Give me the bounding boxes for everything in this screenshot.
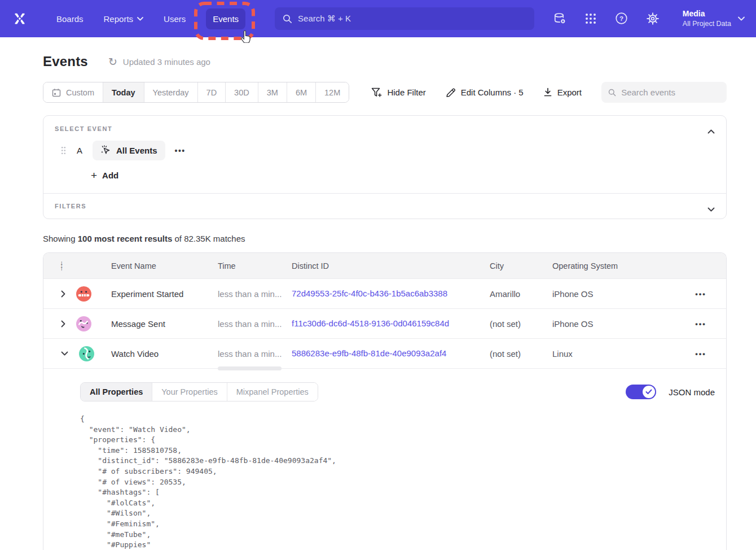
- hand-cursor-icon: [240, 30, 252, 43]
- filter-funnel-icon: [371, 88, 382, 98]
- collapse-section-icon[interactable]: [705, 124, 717, 138]
- main-content: Events ↻ Updated 3 minutes ago Custom To…: [0, 54, 756, 550]
- table-row: Message Sent less than a min... f11c30d6…: [43, 308, 726, 338]
- select-event-label: SELECT EVENT: [55, 125, 715, 132]
- json-mode-control: JSON mode: [626, 385, 715, 399]
- edit-columns-button[interactable]: Edit Columns · 5: [446, 88, 524, 98]
- row-more-button[interactable]: •••: [695, 350, 706, 358]
- nav-item-events[interactable]: Events: [206, 8, 245, 29]
- plus-icon: +: [91, 170, 97, 181]
- download-icon: [543, 88, 552, 97]
- date-range-30d[interactable]: 30D: [225, 82, 258, 102]
- export-button[interactable]: Export: [543, 88, 582, 97]
- tab-your-properties[interactable]: Your Properties: [152, 383, 226, 401]
- cell-event-name: Message Sent: [111, 319, 218, 329]
- results-summary: Showing 100 most recent results of 82.35…: [43, 234, 727, 243]
- chevron-down-icon: [137, 17, 143, 21]
- filters-label: FILTERS: [55, 203, 715, 209]
- time-column-scrollbar[interactable]: [218, 366, 282, 370]
- edit-columns-label: Edit Columns · 5: [461, 88, 524, 97]
- column-header-city[interactable]: City: [490, 261, 552, 270]
- event-avatar: [76, 286, 91, 302]
- tab-mixpanel-properties[interactable]: Mixpanel Properties: [227, 383, 318, 401]
- expand-all-icon[interactable]: ↓↑: [43, 261, 111, 271]
- expand-section-icon[interactable]: [705, 202, 717, 216]
- data-management-icon[interactable]: [553, 12, 566, 25]
- date-range-3m[interactable]: 3M: [258, 82, 287, 102]
- query-row-letter: A: [77, 146, 82, 155]
- date-range-label: Today: [112, 88, 135, 97]
- sparkle-cursor-icon: [100, 145, 111, 156]
- hide-filter-button[interactable]: Hide Filter: [371, 88, 425, 98]
- event-row-more-button[interactable]: •••: [175, 146, 186, 155]
- filters-section: FILTERS: [43, 194, 726, 219]
- json-mode-label: JSON mode: [669, 387, 715, 397]
- cell-event-name: Experiment Started: [111, 289, 218, 299]
- search-icon: [608, 88, 616, 97]
- row-more-button[interactable]: •••: [695, 320, 706, 328]
- date-range-custom[interactable]: Custom: [43, 82, 103, 102]
- settings-gear-icon[interactable]: [646, 12, 660, 25]
- date-range-label: 12M: [324, 88, 340, 97]
- add-label: Add: [102, 171, 118, 180]
- date-range-label: Custom: [66, 88, 94, 97]
- nav-item-users[interactable]: Users: [157, 8, 192, 29]
- drag-handle-icon[interactable]: [61, 146, 66, 155]
- row-more-button[interactable]: •••: [695, 290, 706, 298]
- cell-city: (not set): [490, 349, 552, 359]
- date-range-selector: Custom Today Yesterday 7D 30D 3M 6M 12M: [43, 82, 349, 103]
- cell-os: Linux: [552, 349, 675, 359]
- project-selector[interactable]: Media All Project Data: [683, 8, 745, 29]
- distinct-id-link[interactable]: 5886283e-e9fb-48fb-81de-40e9093a2af4: [292, 348, 446, 358]
- help-icon[interactable]: ?: [615, 12, 628, 25]
- distinct-id-link[interactable]: f11c30d6-dc6d-4518-9136-0d046159c84d: [292, 318, 449, 328]
- event-selector-label: All Events: [116, 146, 157, 155]
- column-header-distinct-id[interactable]: Distinct ID: [292, 261, 490, 270]
- cell-time: less than a min...: [218, 319, 292, 329]
- column-header-os[interactable]: Operating System: [552, 261, 675, 270]
- distinct-id-link[interactable]: 72d49553-25fc-4f0c-b436-1b5ac6ab3388: [292, 289, 447, 298]
- column-header-time[interactable]: Time: [218, 261, 292, 270]
- apps-grid-icon[interactable]: [584, 12, 597, 25]
- export-label: Export: [557, 88, 582, 97]
- date-range-label: 3M: [267, 88, 278, 97]
- toolbar: Custom Today Yesterday 7D 30D 3M 6M 12M …: [43, 82, 727, 103]
- event-selector-button[interactable]: All Events: [93, 141, 165, 160]
- last-updated-text: Updated 3 minutes ago: [123, 57, 210, 67]
- project-scope: All Project Data: [683, 19, 731, 29]
- nav-item-label: Users: [164, 14, 186, 24]
- collapse-row-icon[interactable]: [60, 350, 69, 357]
- column-header-event-name[interactable]: Event Name: [111, 261, 218, 270]
- json-mode-toggle[interactable]: [626, 385, 656, 399]
- date-range-6m[interactable]: 6M: [287, 82, 315, 102]
- table-row-expanded: Watch Video less than a min... 5886283e-…: [43, 338, 726, 368]
- date-range-yesterday[interactable]: Yesterday: [144, 82, 197, 102]
- date-range-today[interactable]: Today: [103, 82, 144, 102]
- expand-row-icon[interactable]: [60, 319, 67, 329]
- date-range-label: Yesterday: [153, 88, 189, 97]
- nav-item-reports[interactable]: Reports: [97, 8, 151, 29]
- nav-item-boards[interactable]: Boards: [50, 8, 90, 29]
- date-range-7d[interactable]: 7D: [197, 82, 226, 102]
- date-range-12m[interactable]: 12M: [315, 82, 349, 102]
- add-event-button[interactable]: + Add: [91, 170, 118, 181]
- date-range-label: 30D: [234, 88, 249, 97]
- date-range-label: 7D: [206, 88, 217, 97]
- event-avatar: [79, 346, 94, 361]
- summary-count: 100 most recent results: [78, 234, 173, 243]
- summary-prefix: Showing: [43, 234, 78, 243]
- nav-item-label: Reports: [104, 14, 134, 24]
- global-search-input[interactable]: Search ⌘ + K: [275, 7, 534, 30]
- search-events-box: [601, 82, 727, 103]
- project-name: Media: [683, 8, 731, 19]
- refresh-icon[interactable]: ↻: [108, 56, 117, 67]
- nav-item-label: Events: [213, 14, 239, 24]
- search-events-input[interactable]: [621, 88, 720, 97]
- mixpanel-logo-icon[interactable]: [11, 9, 30, 28]
- expand-row-icon[interactable]: [60, 289, 67, 299]
- page-title: Events: [43, 54, 88, 69]
- tab-all-properties[interactable]: All Properties: [81, 383, 152, 401]
- cell-time: less than a min...: [218, 349, 292, 359]
- date-range-label: 6M: [296, 88, 307, 97]
- nav-menu: Boards Reports Users Events: [50, 8, 245, 29]
